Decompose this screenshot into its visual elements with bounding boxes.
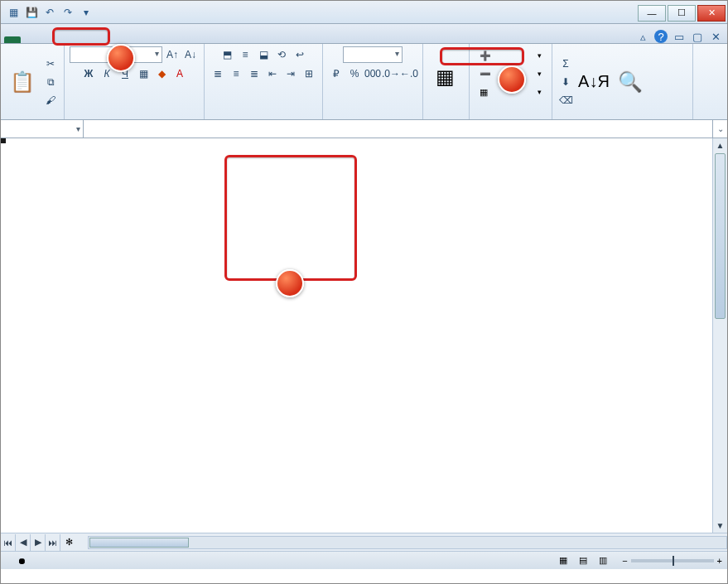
- view-layout-icon[interactable]: ▤: [579, 555, 587, 566]
- window-buttons: — ☐ ✕: [638, 3, 727, 22]
- sheet-nav-prev-icon[interactable]: ◀: [16, 534, 31, 551]
- cells-delete-button[interactable]: ➖▾: [475, 65, 547, 83]
- selection-border: [1, 138, 6, 143]
- sheet-nav: ⏮ ◀ ▶ ⏭: [1, 534, 60, 551]
- indent-inc-icon[interactable]: ⇥: [282, 65, 299, 82]
- font-family-combo[interactable]: [70, 46, 128, 63]
- delete-cells-icon: ➖: [480, 69, 491, 80]
- shrink-font-icon[interactable]: A↓: [182, 46, 199, 63]
- ribbon-tabs: ▵ ? ▭ ▢ ✕: [1, 24, 727, 44]
- save-icon[interactable]: 💾: [24, 5, 39, 20]
- fx-buttons: [84, 120, 107, 138]
- vertical-scrollbar[interactable]: ▲ ▼: [712, 138, 727, 533]
- worksheet-grid[interactable]: ▲ ▼: [1, 138, 727, 533]
- autosum-icon[interactable]: Σ: [557, 56, 574, 72]
- scroll-up-icon[interactable]: ▲: [713, 138, 727, 152]
- excel-icon: ▦: [6, 5, 21, 20]
- percent-icon[interactable]: %: [346, 65, 363, 82]
- number-format-combo[interactable]: [343, 46, 403, 63]
- font-size-combo[interactable]: [129, 46, 162, 63]
- undo-icon[interactable]: ↶: [42, 5, 57, 20]
- macro-record-icon[interactable]: ⏺: [17, 556, 27, 566]
- find-select-button[interactable]: 🔍: [614, 67, 647, 98]
- group-clipboard: 📋 ✂ ⧉ 🖌: [1, 44, 65, 119]
- help-icon[interactable]: ?: [654, 30, 668, 43]
- align-middle-icon[interactable]: ≡: [237, 46, 253, 63]
- sheet-nav-last-icon[interactable]: ⏭: [46, 534, 60, 551]
- sort-filter-icon: А↓Я: [581, 69, 607, 95]
- redo-icon[interactable]: ↷: [60, 5, 75, 20]
- align-top-icon[interactable]: ⬒: [219, 46, 235, 63]
- formula-input[interactable]: [107, 120, 712, 138]
- minimize-ribbon-icon[interactable]: ▵: [636, 30, 649, 43]
- tab-file[interactable]: [4, 36, 21, 43]
- new-sheet-icon[interactable]: ✻: [60, 537, 78, 548]
- ribbon-options-icon[interactable]: ▭: [673, 30, 686, 43]
- align-bottom-icon[interactable]: ⬓: [255, 46, 272, 63]
- maximize-button[interactable]: ☐: [668, 5, 696, 22]
- expand-formula-bar-icon[interactable]: ⌄: [712, 120, 727, 138]
- comma-icon[interactable]: 000: [364, 65, 381, 82]
- currency-icon[interactable]: ₽: [328, 65, 345, 82]
- group-editing: Σ ⬇ ⌫ А↓Я 🔍: [552, 44, 693, 119]
- ribbon: 📋 ✂ ⧉ 🖌 A↑ A↓ Ж К Ч ▦ ◆: [1, 44, 727, 120]
- styles-button[interactable]: ▦: [428, 62, 461, 93]
- cells-format-button[interactable]: ▦▾: [475, 83, 547, 101]
- border-icon[interactable]: ▦: [135, 65, 152, 82]
- scroll-thumb[interactable]: [715, 153, 726, 319]
- format-painter-icon[interactable]: 🖌: [42, 92, 59, 109]
- group-font-label: [70, 118, 199, 118]
- group-editing-label: [557, 118, 687, 118]
- grow-font-icon[interactable]: A↑: [164, 46, 181, 63]
- align-left-icon[interactable]: ≣: [210, 65, 226, 82]
- find-icon: 🔍: [617, 69, 644, 95]
- merge-icon[interactable]: ⊞: [301, 65, 317, 82]
- group-alignment-label: [210, 118, 317, 118]
- fill-icon[interactable]: ⬇: [557, 74, 574, 90]
- cut-icon[interactable]: ✂: [42, 56, 59, 72]
- minimize-button[interactable]: —: [638, 5, 666, 22]
- indent-dec-icon[interactable]: ⇤: [264, 65, 281, 82]
- scroll-down-icon[interactable]: ▼: [713, 519, 727, 533]
- align-center-icon[interactable]: ≡: [228, 65, 244, 82]
- inc-decimal-icon[interactable]: .0→: [383, 65, 399, 82]
- align-right-icon[interactable]: ≣: [246, 65, 263, 82]
- paste-icon: 📋: [9, 69, 36, 95]
- quick-access-toolbar: ▦ 💾 ↶ ↷ ▾: [1, 5, 99, 20]
- underline-icon[interactable]: Ч: [117, 65, 133, 82]
- orientation-icon[interactable]: ⟲: [273, 46, 290, 63]
- fill-color-icon[interactable]: ◆: [153, 65, 170, 82]
- group-alignment: ⬒ ≡ ⬓ ⟲ ↩ ≣ ≡ ≣ ⇤ ⇥ ⊞: [205, 44, 323, 119]
- zoom-in-icon[interactable]: +: [717, 556, 722, 566]
- zoom-slider[interactable]: [631, 559, 714, 562]
- sort-filter-button[interactable]: А↓Я: [577, 67, 610, 98]
- sheet-nav-next-icon[interactable]: ▶: [31, 534, 46, 551]
- formula-bar: ⌄: [1, 120, 727, 138]
- copy-icon[interactable]: ⧉: [42, 74, 59, 90]
- italic-icon[interactable]: К: [99, 65, 115, 82]
- close-button[interactable]: ✕: [697, 5, 726, 22]
- doc-close-icon[interactable]: ✕: [709, 30, 722, 43]
- zoom-control[interactable]: − +: [619, 556, 722, 566]
- view-normal-icon[interactable]: ▦: [559, 555, 567, 566]
- hscroll-thumb[interactable]: [89, 538, 189, 548]
- name-box[interactable]: [1, 120, 84, 138]
- paste-button[interactable]: 📋: [6, 67, 39, 98]
- qat-custom-icon[interactable]: ▾: [79, 5, 94, 20]
- bold-icon[interactable]: Ж: [80, 65, 97, 82]
- group-number-label: [328, 118, 417, 118]
- zoom-out-icon[interactable]: −: [622, 556, 627, 566]
- dec-decimal-icon[interactable]: ←.0: [401, 65, 417, 82]
- group-number: ₽ % 000 .0→ ←.0: [323, 44, 423, 119]
- view-pagebreak-icon[interactable]: ▥: [599, 555, 607, 566]
- clear-icon[interactable]: ⌫: [557, 92, 574, 109]
- window-restore-icon[interactable]: ▢: [691, 30, 704, 43]
- status-bar: ⏺ ▦ ▤ ▥ − +: [1, 551, 727, 569]
- horizontal-scrollbar[interactable]: [88, 536, 727, 549]
- wrap-text-icon[interactable]: ↩: [292, 46, 308, 63]
- sheet-nav-first-icon[interactable]: ⏮: [1, 534, 16, 551]
- cells-insert-button[interactable]: ➕▾: [475, 46, 547, 65]
- font-color-icon[interactable]: A: [171, 65, 188, 82]
- insert-cells-icon: ➕: [480, 51, 491, 61]
- group-font: A↑ A↓ Ж К Ч ▦ ◆ A: [65, 44, 205, 119]
